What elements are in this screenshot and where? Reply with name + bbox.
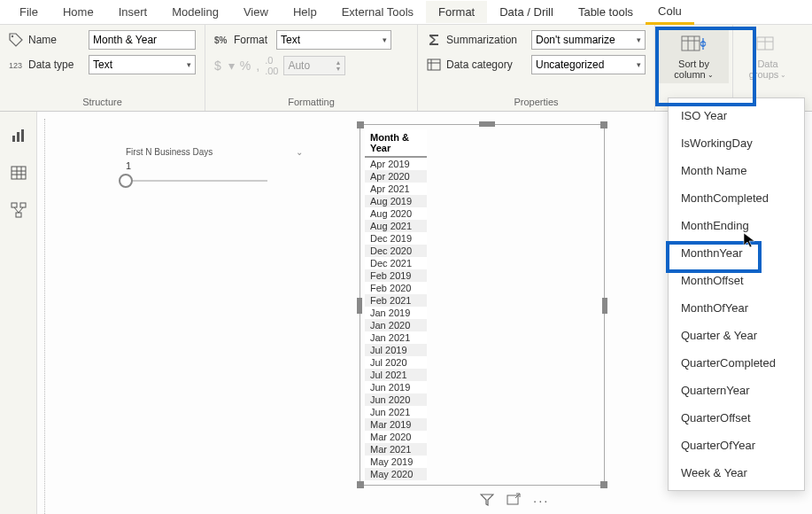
category-value: Uncategorized: [536, 58, 604, 71]
name-input[interactable]: Month & Year: [89, 30, 196, 50]
format-dropdown[interactable]: Text ▾: [276, 30, 391, 50]
stepper-up-icon: ▲: [336, 59, 342, 66]
filter-icon[interactable]: [480, 493, 494, 508]
sort-menu-item[interactable]: MonthnYear: [669, 239, 804, 267]
ribbon-group-structure: Name Month & Year 123 Data type Text ▾ S…: [0, 25, 205, 111]
chevron-down-icon[interactable]: ⌄: [296, 147, 303, 157]
summarization-dropdown[interactable]: Don't summarize ▾: [531, 30, 646, 50]
group-title-formatting: Formatting: [214, 95, 408, 109]
sort-menu-item[interactable]: Quarter & Year: [669, 322, 804, 349]
ribbon-group-properties: Summarization Don't summarize ▾ Data cat…: [418, 25, 655, 111]
name-value: Month & Year: [93, 34, 157, 46]
resize-handle[interactable]: [602, 298, 607, 314]
format-value: Text: [281, 34, 300, 46]
tab-external-tools[interactable]: External Tools: [329, 1, 426, 23]
category-label: Data category: [446, 58, 526, 71]
sort-menu-item[interactable]: MonthOffset: [669, 267, 804, 294]
resize-handle[interactable]: [600, 121, 607, 128]
sort-menu-item[interactable]: QuarternYear: [669, 377, 804, 404]
name-label: Name: [28, 34, 83, 46]
model-view-icon[interactable]: [9, 200, 28, 220]
svg-point-0: [12, 35, 13, 37]
svg-line-25: [19, 207, 23, 213]
svg-line-24: [14, 207, 19, 213]
resize-handle[interactable]: [357, 298, 362, 314]
sort-by-column-button[interactable]: Sort by column⌄: [659, 28, 729, 83]
svg-rect-15: [21, 129, 24, 142]
more-options-icon[interactable]: ···: [533, 493, 550, 508]
decimal-button[interactable]: .0.00: [265, 55, 278, 76]
data-view-icon[interactable]: [9, 163, 28, 183]
sort-menu-item[interactable]: QuarterOfYear: [669, 432, 804, 459]
slicer-visual[interactable]: First N Business Days ⌄ 1: [126, 147, 303, 182]
table-visual[interactable]: Month & Year Apr 2019Apr 2020Apr 2021Aug…: [365, 129, 599, 480]
resize-handle[interactable]: [479, 121, 495, 127]
tab-help[interactable]: Help: [281, 1, 329, 23]
data-groups-button[interactable]: Data groups⌄: [737, 28, 799, 83]
tab-view[interactable]: View: [231, 1, 281, 23]
sigma-icon: [427, 33, 441, 47]
slider-thumb[interactable]: [119, 174, 133, 188]
slicer-value: 1: [126, 160, 303, 171]
view-rail: [0, 112, 37, 514]
datatype-value: Text: [93, 58, 112, 71]
svg-rect-21: [12, 203, 17, 207]
groups-label-1: Data: [757, 58, 777, 69]
chevron-down-icon: ⌄: [708, 71, 714, 79]
chevron-down-icon: ▾: [187, 60, 191, 69]
svg-rect-14: [17, 132, 19, 142]
tab-format[interactable]: Format: [426, 1, 487, 23]
percent-button[interactable]: %: [240, 58, 251, 73]
stepper-down-icon: ▼: [336, 66, 342, 72]
svg-rect-16: [12, 167, 26, 179]
report-view-icon[interactable]: [9, 126, 28, 145]
group-title-structure: Structure: [9, 95, 196, 109]
svg-text:$%: $%: [214, 35, 228, 45]
slicer-title: First N Business Days: [126, 147, 213, 157]
tab-data-drill[interactable]: Data / Drill: [487, 1, 566, 23]
chevron-down-icon: ▾: [637, 60, 641, 69]
svg-rect-3: [428, 59, 440, 70]
svg-rect-23: [16, 213, 21, 217]
sort-menu-item[interactable]: ISO Year: [669, 102, 804, 129]
sort-menu-item[interactable]: MonthCompleted: [669, 184, 804, 212]
svg-text:123: 123: [9, 61, 22, 70]
datatype-label: Data type: [28, 58, 83, 71]
sort-menu-item[interactable]: Month Name: [669, 157, 804, 184]
sort-menu-item[interactable]: QuarterOffset: [669, 404, 804, 432]
summarization-value: Don't summarize: [536, 34, 615, 46]
tab-modeling[interactable]: Modeling: [159, 1, 231, 23]
decimal-places-input[interactable]: Auto ▲▼: [283, 56, 345, 75]
tab-table-tools[interactable]: Table tools: [566, 1, 646, 23]
groups-icon: [754, 32, 782, 57]
currency-button[interactable]: $▾: [214, 58, 235, 73]
slider-track[interactable]: [126, 180, 267, 182]
resize-handle[interactable]: [357, 121, 364, 128]
comma-button[interactable]: ,: [256, 58, 259, 73]
resize-handle[interactable]: [357, 481, 364, 488]
sort-menu-item[interactable]: IsWorkingDay: [669, 129, 804, 157]
category-dropdown[interactable]: Uncategorized ▾: [531, 55, 646, 74]
ribbon-group-formatting: $% Format Text ▾ $▾ % , .0.00 Auto ▲▼ Fo…: [205, 25, 418, 111]
visual-action-bar: ···: [480, 493, 550, 508]
tab-home[interactable]: Home: [50, 1, 106, 23]
group-title-properties: Properties: [427, 95, 646, 109]
sort-menu-item[interactable]: QuarterCompleted: [669, 349, 804, 377]
auto-label: Auto: [288, 59, 310, 72]
page-boundary: [44, 119, 45, 514]
groups-label-2: groups: [749, 69, 779, 80]
svg-rect-6: [682, 36, 700, 51]
resize-handle[interactable]: [600, 481, 607, 488]
tag-icon: [9, 33, 23, 47]
focus-mode-icon[interactable]: [507, 493, 521, 508]
sort-by-column-menu: ISO YearIsWorkingDayMonth NameMonthCompl…: [668, 97, 805, 491]
tab-insert[interactable]: Insert: [106, 1, 160, 23]
datatype-dropdown[interactable]: Text ▾: [89, 55, 196, 74]
sort-menu-item[interactable]: Week & Year: [669, 459, 804, 487]
tab-colu[interactable]: Colu: [646, 0, 694, 25]
chevron-down-icon: ▾: [383, 35, 387, 44]
sort-menu-item[interactable]: MonthOfYear: [669, 294, 804, 322]
sort-menu-item[interactable]: MonthEnding: [669, 212, 804, 239]
tab-file[interactable]: File: [7, 1, 50, 23]
sort-label-1: Sort by: [678, 58, 709, 69]
